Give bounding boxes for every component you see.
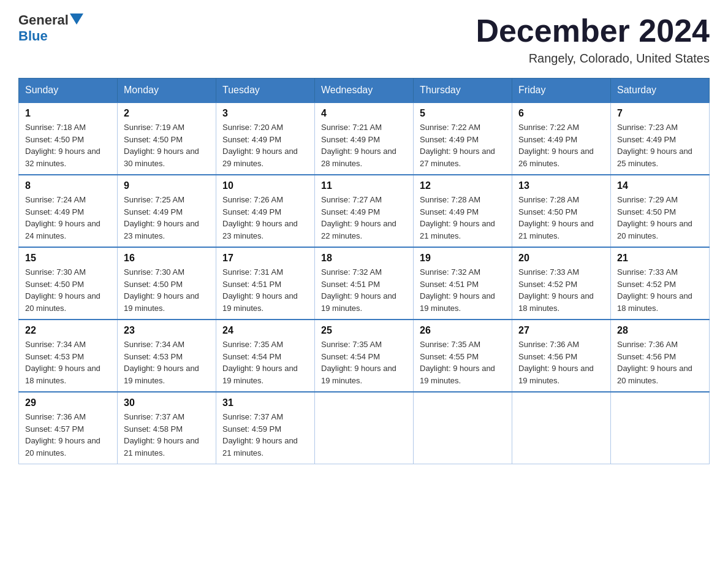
day-number: 24 bbox=[222, 325, 308, 336]
day-number: 12 bbox=[420, 180, 506, 191]
daylight-label: Daylight: 9 hours and 22 minutes. bbox=[321, 219, 396, 240]
sunrise-label: Sunrise: 7:32 AM bbox=[321, 267, 382, 277]
day-info: Sunrise: 7:18 AM Sunset: 4:50 PM Dayligh… bbox=[25, 121, 111, 169]
daylight-label: Daylight: 9 hours and 21 minutes. bbox=[124, 436, 199, 458]
logo-blue-text: Blue bbox=[18, 28, 48, 44]
calendar-cell: 18 Sunrise: 7:32 AM Sunset: 4:51 PM Dayl… bbox=[315, 247, 414, 320]
calendar-table: Sunday Monday Tuesday Wednesday Thursday… bbox=[18, 78, 710, 464]
day-info: Sunrise: 7:37 AM Sunset: 4:59 PM Dayligh… bbox=[222, 411, 308, 459]
calendar-cell: 27 Sunrise: 7:36 AM Sunset: 4:56 PM Dayl… bbox=[512, 320, 611, 392]
day-number: 8 bbox=[25, 180, 111, 191]
day-number: 6 bbox=[518, 108, 604, 119]
daylight-label: Daylight: 9 hours and 26 minutes. bbox=[518, 147, 594, 168]
day-number: 4 bbox=[321, 108, 407, 119]
sunrise-label: Sunrise: 7:36 AM bbox=[25, 412, 86, 421]
sunrise-label: Sunrise: 7:25 AM bbox=[124, 195, 184, 204]
svg-marker-0 bbox=[70, 13, 83, 25]
calendar-cell: 6 Sunrise: 7:22 AM Sunset: 4:49 PM Dayli… bbox=[512, 102, 611, 175]
calendar-cell: 10 Sunrise: 7:26 AM Sunset: 4:49 PM Dayl… bbox=[216, 175, 315, 247]
sunset-label: Sunset: 4:50 PM bbox=[518, 207, 577, 216]
daylight-label: Daylight: 9 hours and 18 minutes. bbox=[518, 291, 594, 313]
day-number: 16 bbox=[124, 253, 210, 264]
daylight-label: Daylight: 9 hours and 23 minutes. bbox=[124, 219, 199, 240]
day-number: 3 bbox=[222, 108, 308, 119]
calendar-cell: 12 Sunrise: 7:28 AM Sunset: 4:49 PM Dayl… bbox=[414, 175, 512, 247]
daylight-label: Daylight: 9 hours and 28 minutes. bbox=[321, 147, 396, 168]
month-year-title: December 2024 bbox=[476, 12, 710, 49]
calendar-cell: 29 Sunrise: 7:36 AM Sunset: 4:57 PM Dayl… bbox=[19, 392, 118, 464]
day-info: Sunrise: 7:31 AM Sunset: 4:51 PM Dayligh… bbox=[222, 266, 308, 314]
calendar-cell: 19 Sunrise: 7:32 AM Sunset: 4:51 PM Dayl… bbox=[414, 247, 512, 320]
calendar-body: 1 Sunrise: 7:18 AM Sunset: 4:50 PM Dayli… bbox=[19, 102, 710, 464]
daylight-label: Daylight: 9 hours and 27 minutes. bbox=[420, 147, 495, 168]
day-info: Sunrise: 7:37 AM Sunset: 4:58 PM Dayligh… bbox=[124, 411, 210, 459]
calendar-cell: 26 Sunrise: 7:35 AM Sunset: 4:55 PM Dayl… bbox=[414, 320, 512, 392]
daylight-label: Daylight: 9 hours and 20 minutes. bbox=[617, 364, 692, 385]
sunset-label: Sunset: 4:50 PM bbox=[617, 207, 676, 216]
sunset-label: Sunset: 4:49 PM bbox=[617, 135, 676, 144]
day-info: Sunrise: 7:30 AM Sunset: 4:50 PM Dayligh… bbox=[25, 266, 111, 314]
day-info: Sunrise: 7:32 AM Sunset: 4:51 PM Dayligh… bbox=[420, 266, 506, 314]
day-number: 23 bbox=[124, 325, 210, 336]
sunset-label: Sunset: 4:59 PM bbox=[222, 424, 281, 434]
calendar-week-row: 22 Sunrise: 7:34 AM Sunset: 4:53 PM Dayl… bbox=[19, 320, 710, 392]
day-info: Sunrise: 7:35 AM Sunset: 4:54 PM Dayligh… bbox=[321, 339, 407, 386]
sunset-label: Sunset: 4:49 PM bbox=[222, 135, 281, 144]
day-number: 11 bbox=[321, 180, 407, 191]
day-info: Sunrise: 7:32 AM Sunset: 4:51 PM Dayligh… bbox=[321, 266, 407, 314]
sunrise-label: Sunrise: 7:33 AM bbox=[617, 267, 678, 277]
sunrise-label: Sunrise: 7:35 AM bbox=[321, 340, 382, 349]
day-number: 31 bbox=[222, 397, 308, 408]
day-number: 30 bbox=[124, 397, 210, 408]
day-info: Sunrise: 7:36 AM Sunset: 4:57 PM Dayligh… bbox=[25, 411, 111, 459]
sunset-label: Sunset: 4:49 PM bbox=[222, 207, 281, 216]
sunset-label: Sunset: 4:49 PM bbox=[321, 207, 380, 216]
calendar-cell: 30 Sunrise: 7:37 AM Sunset: 4:58 PM Dayl… bbox=[118, 392, 216, 464]
sunset-label: Sunset: 4:54 PM bbox=[222, 352, 281, 361]
day-number: 2 bbox=[124, 108, 210, 119]
sunset-label: Sunset: 4:52 PM bbox=[617, 280, 676, 289]
sunset-label: Sunset: 4:49 PM bbox=[420, 207, 479, 216]
calendar-cell: 24 Sunrise: 7:35 AM Sunset: 4:54 PM Dayl… bbox=[216, 320, 315, 392]
day-info: Sunrise: 7:26 AM Sunset: 4:49 PM Dayligh… bbox=[222, 194, 308, 242]
sunset-label: Sunset: 4:50 PM bbox=[124, 135, 183, 144]
calendar-cell: 23 Sunrise: 7:34 AM Sunset: 4:53 PM Dayl… bbox=[118, 320, 216, 392]
sunrise-label: Sunrise: 7:22 AM bbox=[420, 123, 480, 132]
daylight-label: Daylight: 9 hours and 18 minutes. bbox=[617, 291, 692, 313]
daylight-label: Daylight: 9 hours and 19 minutes. bbox=[124, 291, 199, 313]
calendar-week-row: 8 Sunrise: 7:24 AM Sunset: 4:49 PM Dayli… bbox=[19, 175, 710, 247]
daylight-label: Daylight: 9 hours and 18 minutes. bbox=[25, 364, 100, 385]
day-number: 20 bbox=[518, 253, 604, 264]
daylight-label: Daylight: 9 hours and 24 minutes. bbox=[25, 219, 100, 240]
daylight-label: Daylight: 9 hours and 20 minutes. bbox=[25, 291, 100, 313]
sunrise-label: Sunrise: 7:36 AM bbox=[518, 340, 579, 349]
sunset-label: Sunset: 4:49 PM bbox=[518, 135, 577, 144]
title-section: December 2024 Rangely, Colorado, United … bbox=[476, 12, 710, 66]
day-number: 28 bbox=[617, 325, 703, 336]
logo-general-text: General bbox=[18, 12, 69, 28]
day-number: 25 bbox=[321, 325, 407, 336]
day-number: 13 bbox=[518, 180, 604, 191]
calendar-cell bbox=[315, 392, 414, 464]
daylight-label: Daylight: 9 hours and 19 minutes. bbox=[222, 291, 298, 313]
sunset-label: Sunset: 4:51 PM bbox=[321, 280, 380, 289]
sunrise-label: Sunrise: 7:34 AM bbox=[25, 340, 86, 349]
day-info: Sunrise: 7:34 AM Sunset: 4:53 PM Dayligh… bbox=[25, 339, 111, 386]
sunrise-label: Sunrise: 7:24 AM bbox=[25, 195, 86, 204]
sunrise-label: Sunrise: 7:27 AM bbox=[321, 195, 382, 204]
day-info: Sunrise: 7:30 AM Sunset: 4:50 PM Dayligh… bbox=[124, 266, 210, 314]
sunrise-label: Sunrise: 7:26 AM bbox=[222, 195, 283, 204]
daylight-label: Daylight: 9 hours and 32 minutes. bbox=[25, 147, 100, 168]
calendar-cell: 16 Sunrise: 7:30 AM Sunset: 4:50 PM Dayl… bbox=[118, 247, 216, 320]
day-info: Sunrise: 7:28 AM Sunset: 4:50 PM Dayligh… bbox=[518, 194, 604, 242]
day-number: 9 bbox=[124, 180, 210, 191]
day-number: 14 bbox=[617, 180, 703, 191]
daylight-label: Daylight: 9 hours and 19 minutes. bbox=[321, 291, 396, 313]
sunrise-label: Sunrise: 7:34 AM bbox=[124, 340, 184, 349]
day-number: 1 bbox=[25, 108, 111, 119]
day-info: Sunrise: 7:35 AM Sunset: 4:54 PM Dayligh… bbox=[222, 339, 308, 386]
sunset-label: Sunset: 4:57 PM bbox=[25, 424, 84, 434]
sunrise-label: Sunrise: 7:37 AM bbox=[124, 412, 184, 421]
daylight-label: Daylight: 9 hours and 29 minutes. bbox=[222, 147, 298, 168]
calendar-cell: 14 Sunrise: 7:29 AM Sunset: 4:50 PM Dayl… bbox=[611, 175, 710, 247]
